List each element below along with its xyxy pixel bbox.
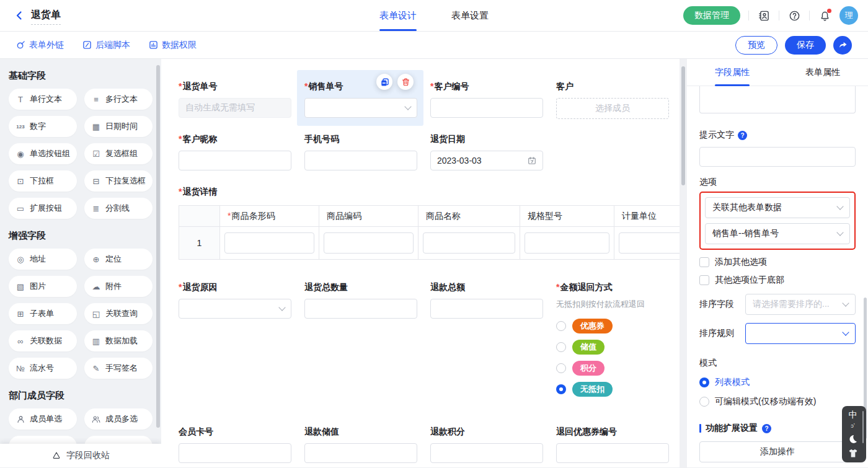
table-cell-input[interactable] bbox=[423, 232, 515, 254]
field-phone[interactable]: 手机号码 bbox=[304, 134, 417, 170]
coupon-no-input[interactable] bbox=[556, 443, 669, 463]
help-icon[interactable] bbox=[787, 9, 801, 22]
field-recycle-bin[interactable]: 字段回收站 bbox=[0, 444, 161, 467]
radio-icon[interactable] bbox=[556, 342, 566, 352]
table-cell-input[interactable] bbox=[224, 232, 314, 254]
field-customer-no[interactable]: 客户编号 bbox=[430, 81, 543, 118]
sidebar-item-number[interactable]: 123数字 bbox=[9, 116, 77, 137]
radio-icon[interactable] bbox=[556, 384, 566, 394]
nickname-input[interactable] bbox=[179, 151, 291, 170]
sort-field-select[interactable]: 请选择需要排序的... bbox=[745, 294, 856, 315]
radio-icon[interactable] bbox=[556, 363, 566, 373]
translate-widget[interactable]: 中 ɔʼ bbox=[842, 406, 866, 462]
list-mode-radio[interactable]: 列表模式 bbox=[699, 377, 856, 388]
option-field-select[interactable]: 销售单--销售单号 bbox=[705, 223, 850, 244]
sidebar-item-member-multi[interactable]: 成员多选 bbox=[84, 408, 153, 430]
field-member-card[interactable]: 会员卡号 bbox=[179, 426, 291, 463]
field-refund-stored[interactable]: 退款储值 bbox=[304, 426, 417, 463]
sidebar-item-address[interactable]: ◎地址 bbox=[9, 249, 77, 270]
tab-form-settings[interactable]: 表单设置 bbox=[451, 0, 489, 31]
duplicate-field-button[interactable] bbox=[376, 74, 392, 90]
field-payment-method[interactable]: 金额退回方式 无抵扣则按付款流程退回 优惠券储值积分无抵扣 bbox=[556, 282, 669, 403]
radio-icon[interactable] bbox=[699, 377, 709, 387]
data-manage-button[interactable]: 数据管理 bbox=[683, 6, 740, 25]
field-nickname[interactable]: 客户昵称 bbox=[179, 134, 291, 170]
select-member-button[interactable]: 选择成员 bbox=[556, 98, 669, 119]
radio-icon[interactable] bbox=[556, 321, 566, 331]
payment-option-tag[interactable]: 无抵扣 bbox=[572, 382, 613, 397]
tab-field-properties[interactable]: 字段属性 bbox=[687, 59, 777, 86]
field-coupon-no[interactable]: 退回优惠券编号 bbox=[556, 426, 669, 463]
canvas-scrollbar[interactable] bbox=[681, 66, 685, 185]
sidebar-item-member-single[interactable]: 成员单选 bbox=[9, 408, 77, 430]
phone-input[interactable] bbox=[304, 151, 417, 170]
field-sales-no-selected[interactable]: 销售单号 bbox=[304, 81, 417, 118]
field-total-qty[interactable]: 退货总数量 bbox=[304, 282, 417, 319]
bell-icon[interactable] bbox=[818, 9, 831, 22]
reason-select[interactable] bbox=[179, 299, 291, 319]
member-card-input[interactable] bbox=[179, 443, 291, 463]
shirt-icon[interactable] bbox=[848, 449, 858, 458]
table-cell-input[interactable] bbox=[324, 232, 414, 254]
hint-text-input[interactable] bbox=[699, 147, 856, 167]
form-external-link[interactable]: 表单外链 bbox=[16, 40, 64, 51]
sidebar-item-signature[interactable]: ✎手写签名 bbox=[84, 358, 153, 379]
sidebar-item-dropdown[interactable]: ⊡下拉框 bbox=[9, 170, 77, 192]
sidebar-item-datetime[interactable]: ▦日期时间 bbox=[84, 116, 153, 137]
field-detail-table[interactable]: 退货详情 商品条形码商品编码商品名称规格型号计量单位1 bbox=[179, 187, 680, 260]
field-reason[interactable]: 退货原因 bbox=[179, 282, 291, 319]
refund-stored-input[interactable] bbox=[304, 443, 417, 463]
add-other-option-checkbox[interactable]: 添加其他选项 bbox=[699, 257, 856, 268]
help-circle-icon[interactable]: ? bbox=[762, 424, 771, 433]
payment-option-tag[interactable]: 储值 bbox=[572, 340, 604, 355]
total-refund-input[interactable] bbox=[430, 299, 543, 319]
sidebar-item-image[interactable]: ▧图片 bbox=[9, 276, 77, 297]
sidebar-item-linked-query[interactable]: ◱关联查询 bbox=[84, 303, 153, 324]
sidebar-item-dropdown-multi[interactable]: ⊟下拉复选框 bbox=[84, 170, 153, 192]
backend-script-link[interactable]: 后端脚本 bbox=[82, 40, 130, 51]
customer-no-input[interactable] bbox=[430, 98, 543, 118]
add-action-button[interactable]: 添加操作 bbox=[699, 441, 856, 462]
save-button[interactable]: 保存 bbox=[785, 36, 826, 55]
back-button[interactable] bbox=[12, 9, 26, 22]
sidebar-item-linked-data[interactable]: ∞关联数据 bbox=[9, 330, 77, 351]
tab-form-properties[interactable]: 表单属性 bbox=[777, 59, 868, 86]
field-refund-points[interactable]: 退款积分 bbox=[430, 426, 543, 463]
sidebar-item-location[interactable]: ⊕定位 bbox=[84, 249, 153, 270]
avatar[interactable]: 理 bbox=[839, 6, 858, 25]
sort-rule-select[interactable] bbox=[745, 323, 856, 344]
payment-option-2[interactable]: 积分 bbox=[556, 361, 669, 376]
sidebar-item-checkbox-group[interactable]: ☑复选框组 bbox=[84, 143, 153, 164]
moon-icon[interactable] bbox=[848, 434, 858, 444]
payment-option-tag[interactable]: 积分 bbox=[572, 361, 604, 376]
field-total-refund[interactable]: 退款总额 bbox=[430, 282, 543, 319]
table-cell-input[interactable] bbox=[619, 232, 680, 254]
sidebar-item-subform[interactable]: ⊞子表单 bbox=[9, 303, 77, 324]
sidebar-item-multi-line-text[interactable]: ≡多行文本 bbox=[84, 89, 153, 110]
data-permission-link[interactable]: 数据权限 bbox=[149, 40, 197, 51]
help-circle-icon[interactable]: ? bbox=[738, 131, 747, 140]
field-return-date[interactable]: 退货日期 2023-03-03 bbox=[430, 134, 543, 170]
field-order-no[interactable]: 退货单号 自动生成无需填写 bbox=[179, 81, 291, 118]
sidebar-scrollbar[interactable] bbox=[156, 65, 160, 428]
delete-field-button[interactable] bbox=[397, 74, 414, 90]
sidebar-item-radio-group[interactable]: ◉单选按钮组 bbox=[9, 143, 77, 164]
share-button[interactable] bbox=[833, 36, 852, 55]
checkbox-icon[interactable] bbox=[699, 257, 709, 267]
total-qty-input[interactable] bbox=[304, 299, 417, 319]
payment-option-0[interactable]: 优惠券 bbox=[556, 319, 669, 333]
other-option-bottom-checkbox[interactable]: 其他选项位于底部 bbox=[699, 275, 856, 286]
sidebar-item-serial-number[interactable]: №流水号 bbox=[9, 358, 77, 379]
sales-no-select[interactable] bbox=[304, 98, 417, 118]
payment-option-3[interactable]: 无抵扣 bbox=[556, 382, 669, 397]
sidebar-item-divider[interactable]: ≣分割线 bbox=[84, 198, 153, 219]
option-source-select[interactable]: 关联其他表单数据 bbox=[705, 197, 850, 218]
payment-option-1[interactable]: 储值 bbox=[556, 340, 669, 355]
sidebar-item-extend-button[interactable]: ▭扩展按钮 bbox=[9, 198, 77, 219]
payment-option-tag[interactable]: 优惠券 bbox=[572, 319, 613, 333]
tab-form-design[interactable]: 表单设计 bbox=[379, 0, 417, 31]
field-customer[interactable]: 客户 选择成员 bbox=[556, 81, 669, 119]
address-book-icon[interactable] bbox=[757, 9, 771, 22]
return-date-input[interactable]: 2023-03-03 bbox=[430, 151, 543, 170]
preview-button[interactable]: 预览 bbox=[735, 36, 777, 55]
